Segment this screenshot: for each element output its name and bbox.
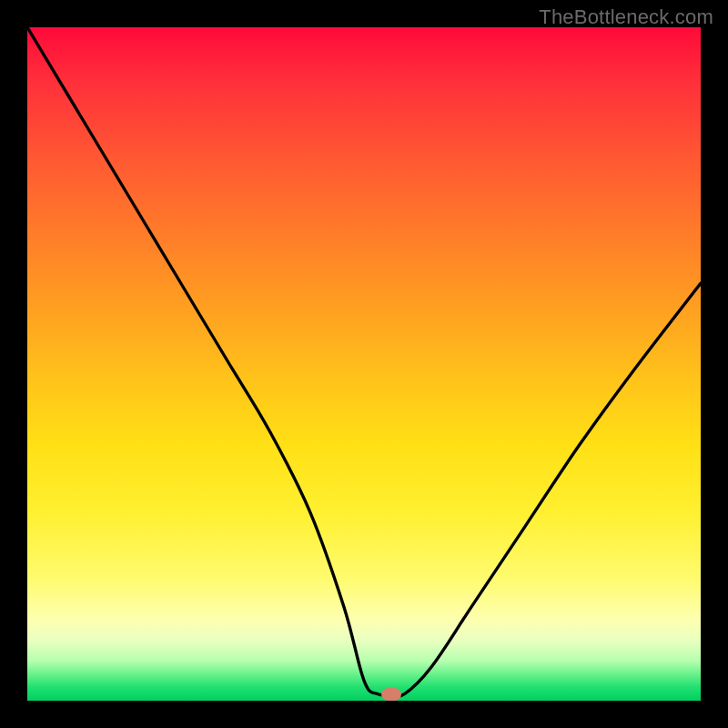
optimum-marker xyxy=(381,688,401,701)
plot-area xyxy=(27,27,701,701)
watermark-text: TheBottleneck.com xyxy=(539,5,713,29)
bottleneck-curve xyxy=(27,27,701,696)
curve-svg xyxy=(27,27,701,701)
chart-frame: TheBottleneck.com xyxy=(0,0,728,728)
